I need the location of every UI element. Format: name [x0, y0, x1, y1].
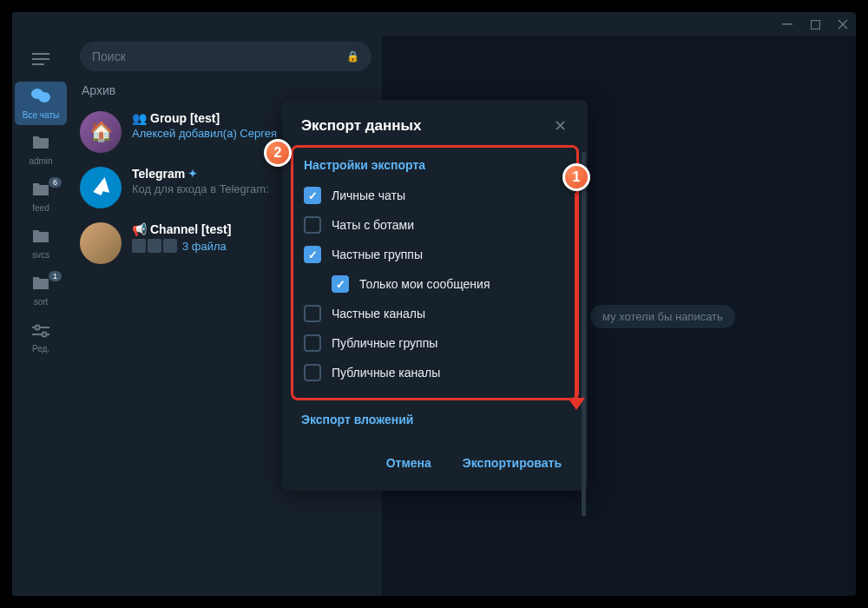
- avatar: [80, 167, 122, 208]
- avatar: [80, 222, 122, 264]
- checkbox[interactable]: [304, 246, 321, 263]
- maximize-button[interactable]: [809, 18, 821, 30]
- checkbox[interactable]: [304, 334, 321, 352]
- section-attachments: Экспорт вложений: [282, 400, 588, 432]
- checkbox[interactable]: [332, 275, 349, 293]
- modal-header: Экспорт данных ✕: [282, 100, 588, 145]
- nav-label: svcs: [32, 250, 49, 260]
- svg-point-5: [43, 333, 47, 337]
- chat-title: Telegram: [132, 167, 185, 181]
- modal-close-button[interactable]: ✕: [549, 116, 570, 136]
- checkbox-label: Публичные группы: [332, 336, 437, 350]
- checkbox[interactable]: [304, 364, 321, 381]
- checkbox[interactable]: [304, 187, 321, 204]
- option-bot-chats[interactable]: Чаты с ботами: [300, 210, 569, 240]
- checkbox-label: Чаты с ботами: [332, 218, 414, 232]
- annotation-highlight: Настройки экспорта Личные чаты Чаты с бо…: [291, 145, 579, 400]
- checkbox-label: Публичные каналы: [332, 366, 440, 380]
- minimize-button[interactable]: [781, 18, 793, 30]
- option-private-channels[interactable]: Частные каналы: [300, 299, 569, 328]
- checkbox[interactable]: [304, 305, 321, 322]
- folder-icon: [31, 228, 50, 248]
- nav-sort[interactable]: 1 sort: [15, 269, 67, 313]
- annotation-callout-2: 2: [264, 139, 292, 167]
- svg-rect-1: [811, 20, 819, 29]
- sidebar-nav: Все чаты admin 6 feed svcs 1 sort: [12, 36, 69, 596]
- export-modal: Экспорт данных ✕ Настройки экспорта Личн…: [282, 100, 588, 491]
- search-placeholder: Поиск: [92, 50, 126, 63]
- section-export-settings: Настройки экспорта: [300, 156, 569, 181]
- modal-title: Экспорт данных: [301, 117, 421, 135]
- annotation-arrow: [575, 193, 577, 405]
- nav-label: Все чаты: [23, 110, 59, 120]
- nav-label: admin: [29, 156, 52, 166]
- svg-point-4: [36, 326, 40, 330]
- option-public-groups[interactable]: Публичные группы: [300, 328, 569, 358]
- chat-title: Group [test]: [150, 111, 220, 125]
- files-count: 3 файла: [182, 240, 227, 253]
- nav-label: Ред.: [32, 344, 49, 354]
- thumb: [163, 239, 177, 253]
- nav-admin[interactable]: admin: [15, 129, 67, 172]
- nav-label: sort: [34, 297, 49, 307]
- titlebar: [12, 12, 856, 36]
- nav-all-chats[interactable]: Все чаты: [15, 82, 67, 125]
- option-only-my-messages[interactable]: Только мои сообщения: [300, 269, 569, 299]
- option-private-groups[interactable]: Частные группы: [300, 240, 569, 269]
- modal-footer: Отмена Экспортировать: [282, 439, 588, 491]
- sliders-icon: [32, 322, 49, 342]
- thumb: [148, 239, 161, 253]
- menu-button[interactable]: [23, 47, 58, 71]
- svg-point-3: [38, 92, 50, 102]
- search-input[interactable]: Поиск 🔒: [80, 42, 372, 71]
- folder-icon: [31, 182, 50, 202]
- annotation-callout-1: 1: [562, 163, 590, 191]
- annotation-arrow-head: [568, 398, 585, 410]
- checkbox-label: Личные чаты: [332, 188, 405, 202]
- badge: 1: [49, 271, 62, 281]
- checkbox-label: Только мои сообщения: [359, 277, 490, 291]
- option-public-channels[interactable]: Публичные каналы: [300, 358, 569, 387]
- svg-rect-0: [782, 23, 792, 25]
- chat-title: Channel [test]: [150, 222, 231, 236]
- folder-icon: [31, 275, 50, 295]
- empty-hint: му хотели бы написать: [590, 305, 735, 328]
- checkbox-label: Частные каналы: [332, 307, 425, 321]
- export-button[interactable]: Экспортировать: [450, 449, 574, 477]
- archive-label: Архив: [82, 83, 115, 97]
- search-bar: Поиск 🔒: [69, 36, 382, 76]
- close-button[interactable]: [837, 18, 849, 30]
- group-icon: 👥: [132, 111, 147, 125]
- checkbox[interactable]: [304, 216, 321, 234]
- cancel-button[interactable]: Отмена: [374, 449, 444, 477]
- chat-icon: [30, 87, 51, 109]
- badge: 6: [49, 177, 62, 188]
- modal-body: Настройки экспорта Личные чаты Чаты с бо…: [282, 145, 588, 439]
- lock-icon: 🔒: [346, 50, 359, 63]
- nav-label: feed: [32, 203, 49, 213]
- folder-icon: [31, 135, 50, 155]
- verified-icon: ✦: [188, 168, 197, 180]
- modal-scrollbar[interactable]: [582, 152, 586, 517]
- avatar: 🏠: [80, 111, 122, 153]
- nav-feed[interactable]: 6 feed: [15, 175, 67, 219]
- thumb: [132, 239, 146, 253]
- nav-edit[interactable]: Ред.: [15, 316, 67, 360]
- channel-icon: 📢: [132, 222, 147, 236]
- option-personal-chats[interactable]: Личные чаты: [300, 181, 569, 210]
- checkbox-label: Частные группы: [332, 248, 423, 261]
- nav-svcs[interactable]: svcs: [15, 222, 67, 266]
